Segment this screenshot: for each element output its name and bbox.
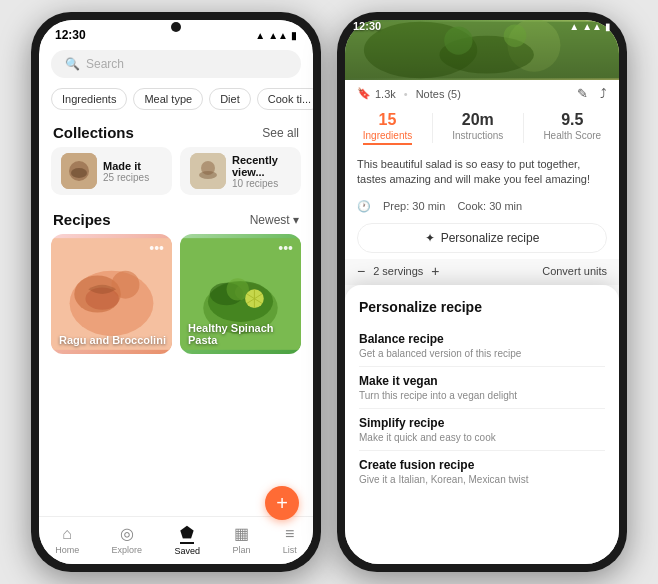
recipes-header: Recipes Newest ▾ (39, 203, 313, 234)
balance-recipe-desc: Get a balanced version of this recipe (359, 348, 605, 359)
right-phone: 12:30 ▲ ▲▲ ▮ 🔖 1.3k • Notes (5) ✎ ⤴ 15 (337, 12, 627, 572)
nav-home[interactable]: ⌂ Home (55, 525, 79, 555)
time-left: 12:30 (55, 28, 86, 42)
recipe-description: This beautiful salad is so easy to put t… (345, 149, 619, 196)
recipe-name-1: Ragu and Broccolini (59, 334, 166, 346)
nav-list[interactable]: ≡ List (283, 525, 297, 555)
chip-diet[interactable]: Diet (209, 88, 251, 110)
see-all-btn[interactable]: See all (262, 126, 299, 140)
sparkle-icon: ✦ (425, 231, 435, 245)
servings-plus-btn[interactable]: + (431, 263, 439, 279)
tab-health-score[interactable]: 9.5 Health Score (543, 111, 601, 145)
collection-recently-viewed[interactable]: Recently view... 10 recipes (180, 147, 301, 195)
recipes-row: ••• Ragu and Broccolini (39, 234, 313, 516)
svg-point-2 (71, 168, 87, 178)
collection-made-it[interactable]: Made it 25 recipes (51, 147, 172, 195)
time-right: 12:30 (353, 20, 381, 32)
personalize-panel: Personalize recipe Balance recipe Get a … (345, 285, 619, 564)
wifi-icon: ▲ (255, 30, 265, 41)
chip-ingredients[interactable]: Ingredients (51, 88, 127, 110)
search-icon: 🔍 (65, 57, 80, 71)
wifi-icon-right: ▲ (569, 21, 579, 32)
search-placeholder: Search (86, 57, 124, 71)
signal-icon: ▲▲ (268, 30, 288, 41)
list-icon: ≡ (285, 525, 294, 543)
panel-title: Personalize recipe (359, 299, 605, 315)
bottom-nav: ⌂ Home ◎ Explore ⬟ Saved ▦ Plan ≡ List (39, 516, 313, 564)
recipe-more-icon-2[interactable]: ••• (278, 240, 293, 256)
servings-count: 2 servings (373, 265, 423, 277)
recipe-times: 🕐 Prep: 30 min Cook: 30 min (345, 196, 619, 217)
tab-divider-1 (432, 113, 433, 143)
recipe-name-2: Healthy Spinach Pasta (188, 322, 301, 346)
recipe-more-icon-1[interactable]: ••• (149, 240, 164, 256)
chip-cooktime[interactable]: Cook ti... (257, 88, 313, 110)
recipe-actions: ✎ ⤴ (577, 86, 607, 101)
collections-row: Made it 25 recipes Recently view... 10 r… (39, 147, 313, 203)
simplify-desc: Make it quick and easy to cook (359, 432, 605, 443)
battery-icon-right: ▮ (605, 21, 611, 32)
recipes-sort[interactable]: Newest ▾ (250, 213, 299, 227)
tab-instructions[interactable]: 20m Instructions (452, 111, 503, 145)
collection-count-2: 10 recipes (232, 178, 291, 189)
collections-header: Collections See all (39, 116, 313, 147)
recipe-action-bar: 🔖 1.3k • Notes (5) ✎ ⤴ (345, 80, 619, 107)
tab-ingredients[interactable]: 15 Ingredients (363, 111, 412, 145)
recipe-card-1[interactable]: ••• Ragu and Broccolini (51, 234, 172, 354)
chip-mealtype[interactable]: Meal type (133, 88, 203, 110)
home-icon: ⌂ (62, 525, 72, 543)
panel-item-fusion[interactable]: Create fusion recipe Give it a Italian, … (359, 451, 605, 492)
fusion-title: Create fusion recipe (359, 458, 605, 472)
saved-icon: ⬟ (180, 523, 194, 544)
balance-recipe-title: Balance recipe (359, 332, 605, 346)
filter-chips: Ingredients Meal type Diet Cook ti... (39, 82, 313, 116)
personalize-recipe-btn[interactable]: ✦ Personalize recipe (357, 223, 607, 253)
collection-info-2: Recently view... 10 recipes (232, 154, 291, 189)
camera-dot (171, 22, 181, 32)
share-icon[interactable]: ⤴ (600, 86, 607, 101)
search-bar[interactable]: 🔍 Search (51, 50, 301, 78)
make-vegan-title: Make it vegan (359, 374, 605, 388)
edit-icon[interactable]: ✎ (577, 86, 588, 101)
status-icons-left: ▲ ▲▲ ▮ (255, 30, 297, 41)
fusion-desc: Give it a Italian, Korean, Mexican twist (359, 474, 605, 485)
nav-plan[interactable]: ▦ Plan (232, 524, 250, 555)
signal-icon-right: ▲▲ (582, 21, 602, 32)
status-bar-right: 12:30 ▲ ▲▲ ▮ (353, 20, 611, 32)
convert-units-btn[interactable]: Convert units (542, 265, 607, 277)
clock-icon: 🕐 (357, 200, 371, 213)
left-screen: 12:30 ▲ ▲▲ ▮ 🔍 Search Ingredients Meal t… (39, 20, 313, 564)
nav-saved[interactable]: ⬟ Saved (174, 523, 200, 556)
collection-info-1: Made it 25 recipes (103, 160, 149, 183)
collection-img-2 (190, 153, 226, 189)
fab-button[interactable]: + (265, 486, 299, 520)
servings-bar: − 2 servings + Convert units (345, 259, 619, 285)
left-phone: 12:30 ▲ ▲▲ ▮ 🔍 Search Ingredients Meal t… (31, 12, 321, 572)
svg-point-21 (439, 36, 533, 74)
tab-divider-2 (523, 113, 524, 143)
collections-title: Collections (53, 124, 134, 141)
collection-name-1: Made it (103, 160, 149, 172)
servings-minus-btn[interactable]: − (357, 263, 365, 279)
status-icons-right: ▲ ▲▲ ▮ (569, 20, 611, 32)
status-bar-left: 12:30 ▲ ▲▲ ▮ (39, 20, 313, 46)
recipe-save: 🔖 1.3k • Notes (5) (357, 87, 461, 100)
panel-item-vegan[interactable]: Make it vegan Turn this recipe into a ve… (359, 367, 605, 409)
right-screen: 12:30 ▲ ▲▲ ▮ 🔖 1.3k • Notes (5) ✎ ⤴ 15 (345, 20, 619, 564)
make-vegan-desc: Turn this recipe into a vegan delight (359, 390, 605, 401)
collection-img-1 (61, 153, 97, 189)
recipe-card-2[interactable]: ••• Healthy Spinach Pasta (180, 234, 301, 354)
svg-point-5 (199, 171, 217, 179)
recipes-title: Recipes (53, 211, 111, 228)
panel-item-balance[interactable]: Balance recipe Get a balanced version of… (359, 325, 605, 367)
nav-explore[interactable]: ◎ Explore (112, 524, 143, 555)
collection-count-1: 25 recipes (103, 172, 149, 183)
servings-controls: − 2 servings + (357, 263, 440, 279)
plan-icon: ▦ (234, 524, 249, 543)
battery-icon: ▮ (291, 30, 297, 41)
collection-name-2: Recently view... (232, 154, 291, 178)
recipe-tabs: 15 Ingredients 20m Instructions 9.5 Heal… (345, 107, 619, 149)
bookmark-icon: 🔖 (357, 87, 371, 100)
explore-icon: ◎ (120, 524, 134, 543)
panel-item-simplify[interactable]: Simplify recipe Make it quick and easy t… (359, 409, 605, 451)
